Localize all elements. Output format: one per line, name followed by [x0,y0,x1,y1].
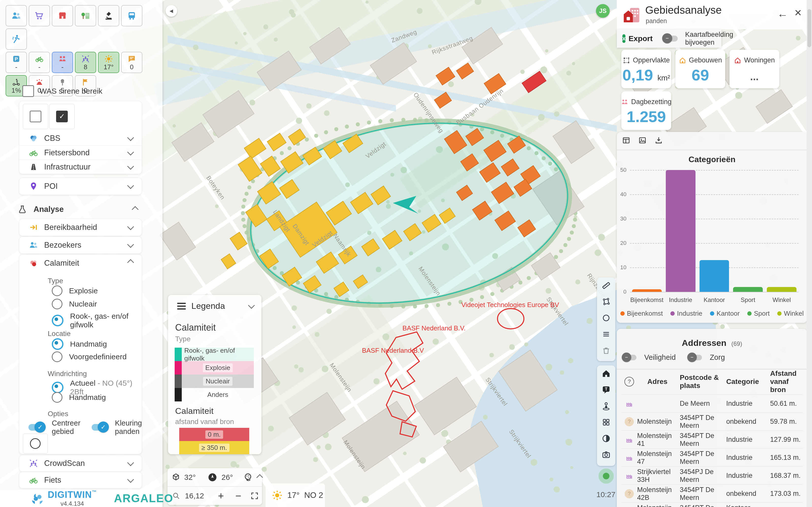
radio-icon[interactable] [52,285,62,296]
radio-nucleair[interactable]: Nucleair [52,299,97,309]
toggle-kleuring-panden[interactable]: Kleuring panden [92,419,142,436]
layer-cell-sun[interactable]: 17° [98,52,119,73]
toggle-centreer-gebied[interactable]: Centreer gebied [29,419,80,436]
radio-rook-gas-en-of-gifwolk[interactable]: Rook-, gas- en/of gifwolk [52,312,142,329]
street-view-icon[interactable] [597,398,615,414]
basemap-style-icon[interactable] [240,472,255,483]
chevron-down-icon[interactable] [127,223,134,230]
contrast-icon[interactable] [597,430,615,447]
analyse-item-bezoekers[interactable]: Bezoekers [19,236,142,254]
zoom-in-button[interactable]: + [212,490,230,502]
layer-cell-microscope[interactable] [98,5,119,26]
ruler-icon[interactable] [597,277,615,294]
layer-cell-tree-building[interactable] [75,5,96,26]
table-view-icon[interactable] [622,136,631,145]
col-categorie[interactable]: Categorie [726,378,770,386]
toggle-switch[interactable] [689,354,702,360]
menu-icon[interactable] [597,326,615,342]
chevron-down-icon[interactable] [127,476,134,483]
chevron-down-icon[interactable] [127,241,134,248]
layer-cell-shop[interactable] [52,5,73,26]
bar-sport[interactable] [733,287,763,292]
layer-cell-runner[interactable] [6,29,27,50]
toggle-switch[interactable] [29,424,44,431]
addresses-toggle-zorg[interactable]: Zorg [687,353,725,361]
radio-icon[interactable] [52,382,63,393]
toggle-switch[interactable] [92,424,107,431]
legend-item-industrie[interactable]: Industrie [670,309,702,318]
layer-checkbox-off[interactable] [30,111,41,122]
sidebar-item-infrastructuur[interactable]: Infrastructuur [19,160,142,174]
extra-radio[interactable] [30,438,41,449]
download-icon[interactable] [654,136,663,145]
toggle-switch[interactable] [623,354,637,360]
layer-cell-cart[interactable] [29,5,50,26]
layer-cell-bus[interactable] [121,5,143,26]
chevron-down-icon[interactable] [127,459,134,466]
col-adres[interactable]: Adres [637,378,680,386]
compass-icon[interactable] [203,472,221,483]
weather-widget[interactable]: 17° NO 2 [266,484,325,507]
table-row[interactable]: Molensteijn 41 3454PT De Meern Industrie… [621,430,803,449]
radio-voorgedefinieerd[interactable]: Voorgedefinieerd [52,351,127,362]
chevron-up-icon[interactable] [127,259,134,266]
bar-winkel[interactable] [767,287,797,292]
layer-cell-parking[interactable]: P- [6,52,27,73]
bar-industrie[interactable] [666,170,696,292]
layer-cell-bike[interactable]: - [29,52,50,73]
col-postcode[interactable]: Postcode & plaats [680,374,726,390]
sidebar-collapse-button[interactable]: ◀ [165,5,177,17]
sidebar-item-fietsersbond[interactable]: Fietsersbond [19,146,142,160]
image-view-icon[interactable] [638,136,647,145]
text-chat-icon[interactable]: T [597,382,615,398]
was-sirene-row[interactable]: WAS sirene bereik [22,85,102,97]
export-button[interactable]: Export [629,34,653,43]
apps-grid-icon[interactable] [597,414,615,430]
legend-item-sport[interactable]: Sport [747,309,770,318]
location-button[interactable] [599,468,614,484]
back-button[interactable]: ← [777,8,788,20]
col-afstand[interactable]: Afstand vanaf bron [770,370,806,394]
chevron-down-icon[interactable] [127,134,134,141]
cube-3d-icon[interactable] [167,473,184,482]
legend-item-kantoor[interactable]: Kantoor [710,309,740,318]
poi-card[interactable]: POI [19,178,142,195]
radio-explosie[interactable]: Explosie [52,285,98,296]
chevron-down-icon[interactable] [248,302,255,309]
attach-map-toggle[interactable] [663,36,678,41]
layer-cell-couple[interactable]: - [52,52,73,73]
home-icon[interactable] [597,365,615,382]
radio-icon[interactable] [52,338,63,350]
calamiteit-header[interactable]: Calamiteit [19,255,142,272]
sidebar-item-cbs[interactable]: CBS [19,131,142,146]
radio-icon[interactable] [52,299,62,309]
table-row[interactable]: ? Molensteijn 3454PT De Meern onbekend 5… [621,412,803,431]
layer-checkbox-on[interactable]: ✓ [56,111,68,122]
radio-icon[interactable] [52,351,62,362]
panel-scrollbar[interactable] [807,0,812,507]
table-row[interactable]: Strijkviertel 33H 3454PJ De Meern Indust… [621,466,803,485]
zoom-out-button[interactable]: − [230,490,247,502]
polygon-select-icon[interactable] [597,294,615,310]
layer-cell-crowd[interactable]: 8 [75,52,96,73]
analyse-item-bereikbaarheid[interactable]: Bereikbaarheid [19,219,142,236]
fiets-card[interactable]: Fiets [19,472,142,489]
legend-item-bijeenkomst[interactable]: Bijeenkomst [620,309,663,318]
radio-handmatig[interactable]: Handmatig [52,338,107,350]
crowdscan-card[interactable]: CrowdScan [19,455,142,472]
layer-cell-chat[interactable]: 0 [121,52,143,73]
close-button[interactable]: × [795,6,802,19]
radio-icon[interactable] [52,315,63,326]
trash-icon[interactable] [597,342,615,358]
chevron-down-icon[interactable] [127,149,134,156]
table-row[interactable]: Molensteijn 35 3454PT De Meern Kantoor, … [621,502,803,507]
table-row[interactable]: ? Molensteijn 42B 3454PT De Meern onbeke… [621,485,803,503]
avatar[interactable]: JS [596,4,610,18]
legend-item-winkel[interactable]: Winkel [777,309,804,318]
addresses-toggle-veiligheid[interactable]: Veiligheid [622,353,676,361]
analyse-header[interactable]: Analyse [11,202,152,217]
was-sirene-checkbox[interactable] [22,85,34,97]
table-row[interactable]: De Meern Industrie 50.61 m. [621,394,803,412]
chevron-down-icon[interactable] [127,182,134,189]
circle-select-icon[interactable] [597,310,615,326]
